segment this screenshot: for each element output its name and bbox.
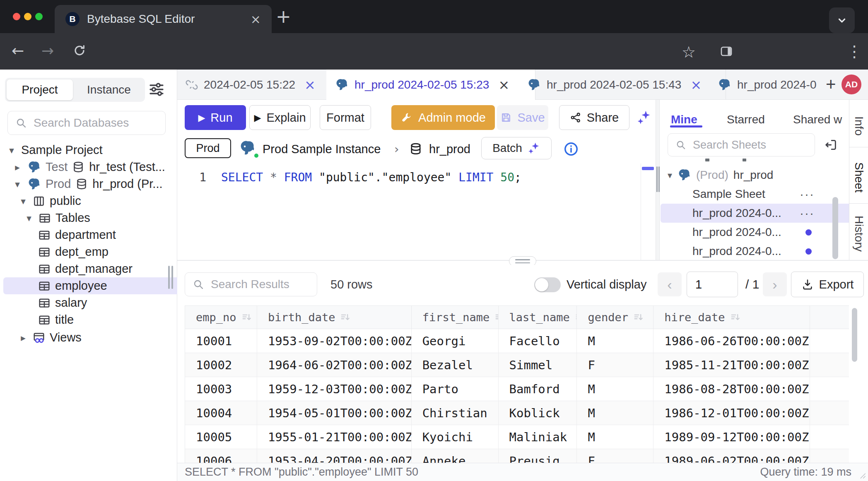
- cell[interactable]: M: [577, 377, 653, 401]
- cell[interactable]: 1989-06-02T00:00:00Z: [653, 449, 810, 463]
- cell[interactable]: 10003: [185, 377, 257, 401]
- tab-search-button[interactable]: [829, 7, 855, 33]
- sheet-group-prod-hr-prod[interactable]: ▾ (Prod) hr_prod: [661, 166, 838, 185]
- sql-editor[interactable]: 1 SELECT * FROM "public"."employee" LIMI…: [177, 164, 656, 260]
- cell[interactable]: 1959-12-03T00:00:00Z: [257, 377, 412, 401]
- close-tab-icon[interactable]: ×: [690, 77, 702, 93]
- more-menu-icon[interactable]: ···: [800, 206, 815, 220]
- sheet-tab-2-active[interactable]: hr_prod 2024-02-05 15:23 ×: [326, 70, 535, 100]
- side-panel-icon[interactable]: [720, 45, 733, 58]
- database-name[interactable]: hr_prod: [429, 135, 470, 164]
- cell[interactable]: Maliniak: [499, 425, 577, 449]
- tab-project[interactable]: Project: [7, 79, 73, 100]
- resize-corner-icon[interactable]: [857, 470, 866, 479]
- cell[interactable]: M: [577, 329, 653, 353]
- cell[interactable]: 1986-12-01T00:00:00Z: [653, 401, 810, 425]
- tree-item-schema-public[interactable]: ▾ public: [0, 192, 193, 209]
- column-header-hire-date[interactable]: hire_date: [653, 306, 810, 329]
- cell[interactable]: 1954-05-01T00:00:00Z: [257, 401, 412, 425]
- tree-group-views[interactable]: ▸ Views: [0, 329, 193, 346]
- export-button[interactable]: Export: [791, 272, 864, 297]
- bookmark-star-icon[interactable]: ☆: [682, 43, 696, 61]
- sidebar-resize-handle[interactable]: [168, 266, 170, 289]
- sheet-tab-4[interactable]: hr_prod 2024-0: [709, 70, 840, 100]
- results-scrollbar[interactable]: [852, 308, 857, 362]
- cell[interactable]: Anneke: [412, 449, 499, 463]
- sheet-item-sample-sheet[interactable]: Sample Sheet ···: [661, 185, 849, 204]
- cell[interactable]: F: [577, 353, 653, 377]
- save-button-disabled[interactable]: Save: [497, 105, 548, 130]
- next-page-button[interactable]: ›: [763, 272, 787, 296]
- results-search-input[interactable]: [210, 277, 309, 291]
- cell[interactable]: 1986-08-28T00:00:00Z: [653, 377, 810, 401]
- cell[interactable]: 1989-09-12T00:00:00Z: [653, 425, 810, 449]
- sheet-search-input[interactable]: [692, 138, 807, 152]
- tree-item-table-employee-selected[interactable]: employee: [3, 277, 206, 294]
- tree-item-test-db[interactable]: ▸ Test hr_test (Test...: [0, 159, 187, 176]
- cell[interactable]: 1985-11-21T00:00:00Z: [653, 353, 810, 377]
- browser-menu-icon[interactable]: ⋮: [846, 42, 862, 60]
- vertical-display-toggle[interactable]: [534, 277, 561, 292]
- tree-item-project[interactable]: ▾ Sample Project: [0, 142, 181, 159]
- filter-icon[interactable]: [148, 81, 165, 98]
- cell[interactable]: M: [577, 425, 653, 449]
- column-header-first-name[interactable]: first_name: [412, 306, 499, 329]
- tab-instance[interactable]: Instance: [75, 79, 143, 100]
- cell[interactable]: 1953-04-20T00:00:00Z: [257, 449, 412, 463]
- window-close-button[interactable]: [13, 13, 20, 20]
- tab-mine[interactable]: Mine: [671, 100, 697, 126]
- sheet-tab-1[interactable]: 2024-02-05 15:22 ×: [177, 70, 343, 100]
- cell[interactable]: 1953-09-02T00:00:00Z: [257, 329, 412, 353]
- reload-icon[interactable]: [73, 44, 86, 57]
- side-tab-sheet[interactable]: Sheet: [849, 147, 868, 204]
- cell[interactable]: Facello: [499, 329, 577, 353]
- window-minimize-button[interactable]: [24, 13, 31, 20]
- ai-assistant-icon[interactable]: [636, 110, 652, 125]
- more-menu-icon[interactable]: ···: [800, 187, 815, 201]
- prev-page-button[interactable]: ‹: [658, 272, 682, 296]
- tree-item-prod-db[interactable]: ▾ Prod hr_prod (Pr...: [0, 176, 187, 192]
- environment-chip[interactable]: Prod: [185, 138, 231, 158]
- database-search-input[interactable]: [33, 116, 158, 130]
- tab-close-icon[interactable]: ×: [251, 12, 261, 26]
- tab-shared-with-me[interactable]: Shared w: [793, 100, 842, 126]
- cell[interactable]: Koblick: [499, 401, 577, 425]
- column-header-last-name[interactable]: last_name: [499, 306, 577, 329]
- side-tab-history[interactable]: History: [849, 204, 868, 260]
- tab-starred[interactable]: Starred: [727, 100, 765, 126]
- batch-button[interactable]: Batch: [481, 137, 552, 159]
- cell[interactable]: Parto: [412, 377, 499, 401]
- cell[interactable]: 10005: [185, 425, 257, 449]
- page-number-input[interactable]: [687, 272, 738, 297]
- sheet-tab-3[interactable]: hr_prod 2024-02-05 15:43 ×: [518, 70, 726, 100]
- forward-icon[interactable]: →: [41, 42, 54, 59]
- cell[interactable]: 10004: [185, 401, 257, 425]
- sql-code-line[interactable]: SELECT * FROM "public"."employee" LIMIT …: [221, 171, 521, 184]
- column-header-birth-date[interactable]: birth_date: [257, 306, 412, 329]
- cell[interactable]: Bamford: [499, 377, 577, 401]
- run-button[interactable]: ▶ Run: [185, 105, 246, 130]
- cell[interactable]: Georgi: [412, 329, 499, 353]
- close-tab-icon[interactable]: ×: [498, 77, 509, 93]
- window-zoom-button[interactable]: [35, 13, 43, 20]
- cell[interactable]: M: [577, 401, 653, 425]
- editor-minimap[interactable]: [641, 164, 656, 260]
- instance-name[interactable]: Prod Sample Instance: [263, 135, 381, 164]
- cell[interactable]: Bezalel: [412, 353, 499, 377]
- panel-resize-divider[interactable]: [656, 100, 660, 260]
- tree-group-tables[interactable]: ▾ Tables: [0, 209, 198, 226]
- new-sheet-tab-button[interactable]: +: [826, 75, 836, 94]
- cell[interactable]: Simmel: [499, 353, 577, 377]
- user-avatar[interactable]: AD: [841, 75, 861, 94]
- share-button[interactable]: Share: [559, 105, 629, 130]
- browser-tab[interactable]: B Bytebase SQL Editor ×: [55, 5, 272, 33]
- sidebar-resize-handle[interactable]: [171, 266, 173, 289]
- info-icon[interactable]: [563, 141, 579, 157]
- column-header-gender[interactable]: gender: [577, 306, 653, 329]
- format-button[interactable]: Format: [320, 105, 371, 130]
- sheet-item-unsaved[interactable]: hr_prod 2024-0...: [661, 242, 849, 260]
- cell[interactable]: 10006: [185, 449, 257, 463]
- sheet-item-selected[interactable]: hr_prod 2024-0... ···: [661, 204, 849, 223]
- cell[interactable]: 1964-06-02T00:00:00Z: [257, 353, 412, 377]
- side-tab-info[interactable]: Info: [849, 100, 868, 147]
